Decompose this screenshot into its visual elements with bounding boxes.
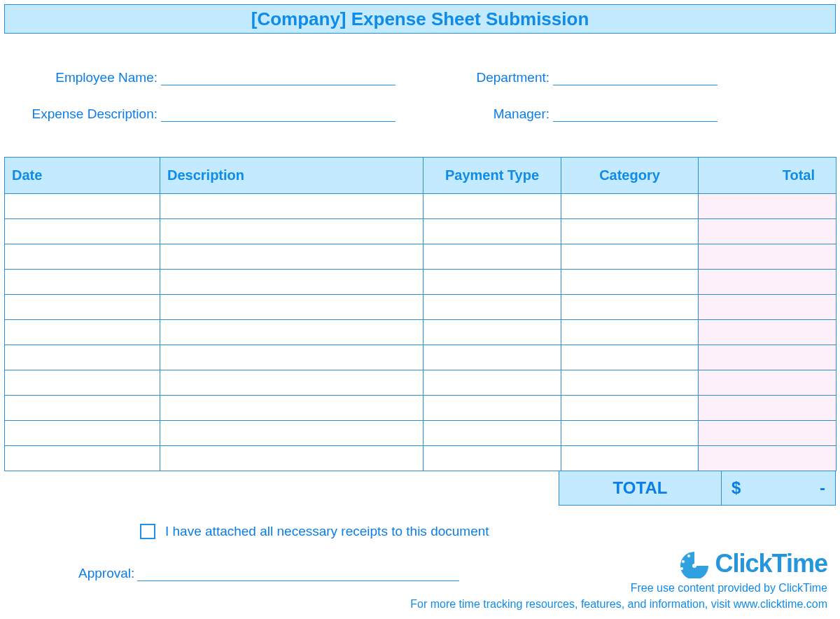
brand-name: ClickTime [715,549,827,578]
expense-description-row: Expense Description: [28,106,396,122]
table-cell[interactable] [5,446,160,471]
table-cell[interactable] [699,295,836,320]
table-cell[interactable] [561,446,699,471]
table-cell[interactable] [5,194,160,219]
table-cell[interactable] [5,295,160,320]
header-payment-type: Payment Type [424,158,561,194]
table-cell[interactable] [561,244,699,270]
table-cell[interactable] [5,421,160,446]
table-row [5,219,836,244]
table-row [5,270,836,295]
total-currency: $ [732,478,741,498]
expense-table: Date Description Payment Type Category T… [4,157,836,471]
table-cell[interactable] [699,320,836,345]
receipt-checkbox[interactable] [140,524,155,539]
brand-logo: ClickTime [678,549,827,578]
expense-description-input[interactable] [161,106,396,122]
table-cell[interactable] [424,421,561,446]
table-cell[interactable] [424,396,561,421]
table-cell[interactable] [561,421,699,446]
table-cell[interactable] [424,270,561,295]
table-cell[interactable] [561,270,699,295]
table-cell[interactable] [5,270,160,295]
table-cell[interactable] [160,194,424,219]
department-row: Department: [444,70,812,85]
table-cell[interactable] [160,244,424,270]
table-cell[interactable] [561,396,699,421]
table-cell[interactable] [699,194,836,219]
table-row [5,370,836,396]
table-cell[interactable] [424,370,561,396]
table-cell[interactable] [160,370,424,396]
header-date: Date [5,158,160,194]
table-row [5,320,836,345]
manager-label: Manager: [444,106,550,122]
receipt-confirmation: I have attached all necessary receipts t… [140,524,840,539]
table-cell[interactable] [5,370,160,396]
total-value: $ - [722,471,836,506]
table-cell[interactable] [699,396,836,421]
table-cell[interactable] [160,320,424,345]
table-cell[interactable] [424,446,561,471]
table-cell[interactable] [561,320,699,345]
header-description: Description [160,158,424,194]
svg-point-1 [687,555,690,557]
table-cell[interactable] [561,345,699,370]
table-cell[interactable] [561,295,699,320]
table-cell[interactable] [424,345,561,370]
table-cell[interactable] [699,219,836,244]
table-row [5,421,836,446]
table-cell[interactable] [5,345,160,370]
department-input[interactable] [553,70,718,85]
employee-name-row: Employee Name: [28,70,396,85]
footer-line-1: Free use content provided by ClickTime [410,580,827,596]
table-cell[interactable] [5,219,160,244]
svg-point-2 [682,560,685,563]
receipt-label: I have attached all necessary receipts t… [165,524,489,539]
table-cell[interactable] [160,270,424,295]
table-cell[interactable] [424,194,561,219]
table-cell[interactable] [561,370,699,396]
expense-description-label: Expense Description: [28,106,158,122]
table-cell[interactable] [160,345,424,370]
table-cell[interactable] [5,244,160,270]
table-cell[interactable] [424,244,561,270]
employee-name-label: Employee Name: [28,70,158,85]
table-cell[interactable] [699,370,836,396]
table-row [5,446,836,471]
footer: Free use content provided by ClickTime F… [410,580,827,612]
table-cell[interactable] [160,446,424,471]
table-cell[interactable] [699,421,836,446]
table-cell[interactable] [160,421,424,446]
total-summary-row: TOTAL $ - [0,471,836,506]
table-cell[interactable] [160,295,424,320]
total-amount: - [820,478,825,498]
footer-line-2: For more time tracking resources, featur… [410,597,827,612]
employee-name-input[interactable] [161,70,396,85]
table-cell[interactable] [5,320,160,345]
department-label: Department: [444,70,550,85]
table-cell[interactable] [160,396,424,421]
table-cell[interactable] [561,194,699,219]
table-cell[interactable] [424,219,561,244]
approval-input[interactable] [137,567,459,581]
table-cell[interactable] [699,244,836,270]
table-row [5,194,836,219]
table-cell[interactable] [424,320,561,345]
table-row [5,295,836,320]
clock-icon [678,549,711,578]
table-row [5,345,836,370]
table-row [5,244,836,270]
table-header-row: Date Description Payment Type Category T… [5,158,836,194]
table-cell[interactable] [160,219,424,244]
table-cell[interactable] [424,295,561,320]
table-cell[interactable] [699,270,836,295]
header-total: Total [699,158,836,194]
info-block: Employee Name: Department: Expense Descr… [28,70,812,143]
table-cell[interactable] [5,396,160,421]
manager-input[interactable] [553,106,718,122]
table-cell[interactable] [699,446,836,471]
manager-row: Manager: [444,106,812,122]
table-cell[interactable] [699,345,836,370]
table-cell[interactable] [561,219,699,244]
